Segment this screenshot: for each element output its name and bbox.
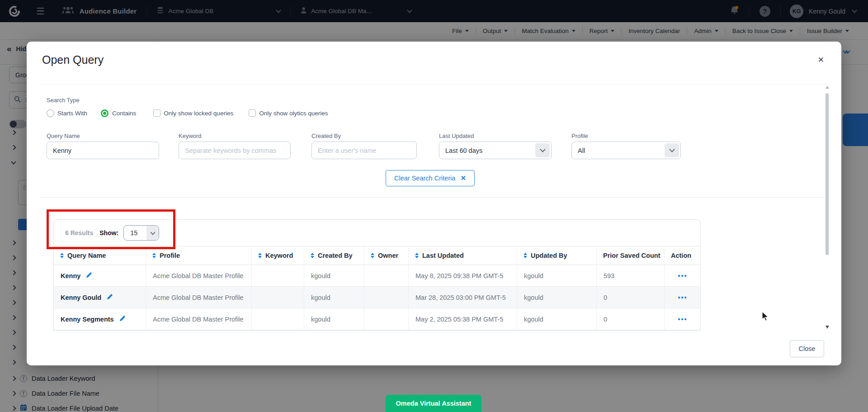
column-header-updated-by[interactable]: Updated By [517,246,597,265]
created-by-label: Created By [311,133,341,139]
radio-starts-with[interactable] [47,109,54,117]
cell-updated-by: kgould [517,265,597,286]
column-header-keyword[interactable]: Keyword [252,246,304,265]
sort-icon[interactable] [60,253,64,258]
column-header-owner[interactable]: Owner [364,246,409,265]
query-name-input[interactable] [47,142,159,159]
sort-icon[interactable] [524,253,527,258]
cell-prior-saved-count: 593 [597,265,665,286]
sort-icon[interactable] [152,253,156,258]
edit-pencil-icon[interactable] [106,294,113,302]
created-by-input[interactable] [311,142,417,159]
modal-divider [39,197,829,198]
open-query-modal: Open Query ✕ Search Type Starts With Con… [27,42,841,365]
cell-owner [364,265,409,286]
modal-title: Open Query [42,53,104,66]
chevron-down-icon[interactable] [665,143,679,157]
cell-last-updated: Mar 28, 2025 03:00 PM GMT-5 [409,287,517,308]
search-filter-row: Starts With Contains Only show locked qu… [47,109,328,117]
clear-search-criteria-button[interactable]: Clear Search Criteria ✕ [386,170,475,186]
row-actions-button[interactable]: ••• [665,287,701,308]
column-header-created-by[interactable]: Created By [304,246,364,265]
row-actions-button[interactable]: ••• [665,308,701,330]
column-header-profile[interactable]: Profile [146,246,252,265]
last-updated-label: Last Updated [439,133,474,139]
column-header-action: Action [665,246,701,265]
radio-label[interactable]: Starts With [57,110,87,117]
checkbox-olytics-queries[interactable] [249,109,256,117]
column-header-prior-saved-count: Prior Saved Count [597,246,665,265]
query-name-link[interactable]: Kenny Segments [61,316,114,323]
omeda-virtual-assistant-button[interactable]: Omeda Virtual Assistant [386,395,481,412]
cell-created-by: kgould [304,265,364,286]
last-updated-value: Last 60 days [445,147,482,154]
annotation-highlight-box [47,209,175,249]
cell-prior-saved-count: 0 [597,287,665,308]
row-actions-button[interactable]: ••• [665,265,701,286]
mouse-cursor-icon [761,311,769,324]
modal-divider [39,84,829,85]
cell-prior-saved-count: 0 [597,308,665,330]
query-name-link[interactable]: Kenny Gould [61,294,101,301]
sort-icon[interactable] [415,253,419,258]
sort-icon[interactable] [311,253,314,258]
keyword-input[interactable] [179,142,291,159]
close-icon[interactable]: ✕ [818,55,824,65]
modal-scrollbar[interactable] [825,86,830,330]
query-name-link[interactable]: Kenny [61,272,80,279]
checkbox-label[interactable]: Only show locked queries [164,110,233,117]
cell-profile: Acme Global DB Master Profile [146,308,252,330]
checkbox-locked-queries[interactable] [153,109,160,117]
checkbox-label[interactable]: Only show olytics queries [259,110,328,117]
cell-updated-by: kgould [517,287,597,308]
profile-value: All [578,147,585,154]
table-row[interactable]: Kenny Gould Acme Global DB Master Profil… [54,287,700,308]
search-type-label: Search Type [47,97,80,104]
edit-pencil-icon[interactable] [119,315,126,323]
cell-owner [364,287,409,308]
column-header-query-name[interactable]: Query Name [54,246,146,265]
radio-label[interactable]: Contains [112,110,136,117]
cell-keyword [252,287,304,308]
cell-keyword [252,308,304,330]
cell-owner [364,308,409,330]
column-header-last-updated[interactable]: Last Updated [409,246,517,265]
radio-contains-selected[interactable] [101,109,108,117]
table-row[interactable]: Kenny Acme Global DB Master Profile kgou… [54,265,700,287]
sort-icon[interactable] [258,253,262,258]
profile-select[interactable]: All [571,142,681,159]
close-button[interactable]: Close [790,340,824,357]
query-name-label: Query Name [47,133,80,139]
scrollbar-thumb[interactable] [826,93,829,255]
cell-updated-by: kgould [517,308,597,330]
profile-label: Profile [571,133,588,139]
cell-profile: Acme Global DB Master Profile [146,287,252,308]
edit-pencil-icon[interactable] [85,272,92,280]
cell-profile: Acme Global DB Master Profile [146,265,252,286]
scroll-down-arrow[interactable] [826,326,829,329]
table-row[interactable]: Kenny Segments Acme Global DB Master Pro… [54,308,700,330]
clear-x-icon: ✕ [460,174,466,182]
cell-last-updated: May 8, 2025 09:38 PM GMT-5 [409,265,517,286]
cell-created-by: kgould [304,308,364,330]
cell-keyword [252,265,304,286]
cell-created-by: kgould [304,287,364,308]
chevron-down-icon[interactable] [535,143,550,157]
cell-last-updated: May 2, 2025 05:38 PM GMT-5 [409,308,517,330]
sort-icon[interactable] [371,253,374,258]
keyword-label: Keyword [179,133,202,139]
last-updated-select[interactable]: Last 60 days [439,142,552,159]
scroll-up-arrow[interactable] [826,86,829,89]
